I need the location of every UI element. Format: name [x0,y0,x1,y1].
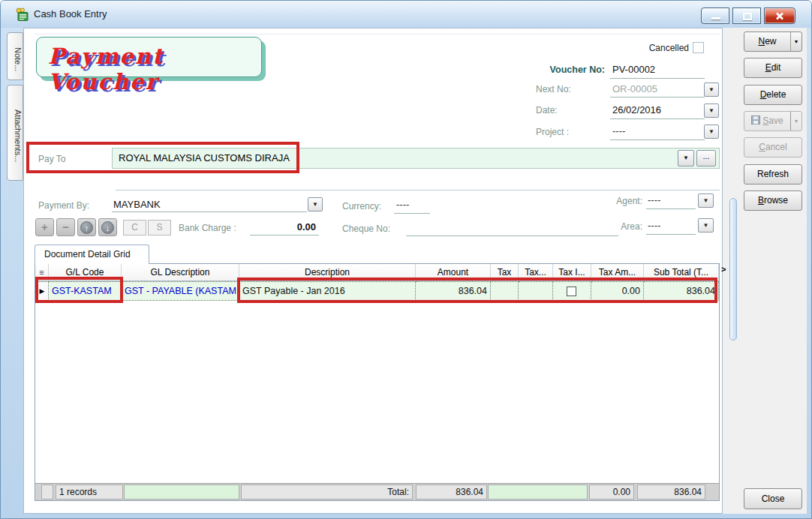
tab-document-detail-grid[interactable]: Document Detail Grid [35,244,149,264]
row-indicator-cell[interactable]: ▶ [35,281,49,301]
area-value[interactable]: ---- [648,220,660,231]
project-dropdown[interactable]: ▼ [704,124,719,139]
payment-by-dropdown[interactable]: ▼ [308,197,323,212]
chevron-down-icon: ▼ [708,128,714,135]
date-dropdown[interactable]: ▼ [704,104,719,118]
cell-description[interactable]: GST Payable - Jan 2016 [239,281,416,301]
currency-value[interactable]: ---- [396,199,409,210]
date-value[interactable]: 26/02/2016 [612,104,661,116]
column-header-tax-amount[interactable]: Tax Am... [591,264,644,281]
move-down-button[interactable]: ↓ [98,218,117,236]
tab-attachments[interactable]: Attachments... [7,85,23,181]
next-no-label: Next No: [536,84,571,94]
close-button[interactable]: Close [744,488,802,509]
edit-button[interactable]: Edit [744,58,802,78]
titlebar[interactable]: Cash Book Entry [1,1,812,28]
column-header-sub-total[interactable]: Sub Total (T... [644,264,719,281]
payment-by-value[interactable]: MAYBANK [113,199,161,210]
footer-records: 1 records [56,484,123,500]
pay-to-browse-button[interactable]: ... [696,150,716,166]
cell-amount[interactable]: 836.04 [416,281,491,301]
arrow-down-icon: ↓ [101,221,114,234]
minus-icon: − [62,220,69,233]
column-header-tax2[interactable]: Tax... [519,264,553,281]
chevron-down-icon: ▼ [708,107,714,114]
cell-tax-inclusive[interactable] [553,281,591,301]
c-button[interactable]: C [123,220,146,236]
column-header-tax[interactable]: Tax [491,264,519,281]
minimize-button[interactable] [701,8,729,24]
cancelled-checkbox[interactable] [693,42,704,53]
scroll-right-icon[interactable]: > [721,265,726,274]
close-button-label: Close [762,490,785,508]
delete-button[interactable]: Delete [744,85,802,105]
cell-gl-description[interactable]: GST - PAYABLE (KASTAM [122,281,239,301]
new-button[interactable]: New ▼ [744,32,802,52]
column-header-gl-code[interactable]: G/L Code [49,264,122,281]
maximize-button[interactable] [732,8,761,24]
currency-label: Currency: [342,201,381,212]
chevron-down-icon: ▼ [703,222,709,229]
remove-row-button[interactable]: − [56,218,75,236]
cash-book-entry-window: Cash Book Entry Note... Attachments... P… [0,0,812,519]
agent-dropdown[interactable]: ▼ [698,194,714,208]
plus-icon: + [41,220,48,233]
cheque-no-label: Cheque No: [342,224,390,234]
column-header-tax-inclusive[interactable]: Tax I... [553,264,591,281]
footer-green-cell-2 [488,484,588,500]
cell-tax[interactable] [491,281,519,301]
agent-underline [646,208,696,209]
tab-note[interactable]: Note... [7,32,23,80]
row-marker-icon: ▶ [40,287,45,295]
cheque-no-underline [406,236,618,236]
agent-value[interactable]: ---- [648,194,660,206]
cancelled-label: Cancelled [614,43,689,53]
area-dropdown[interactable]: ▼ [698,218,714,232]
tax-inclusive-checkbox[interactable] [567,286,576,296]
footer-sub-total: 836.04 [637,484,705,500]
minimize-icon [711,17,720,20]
chevron-down-icon: ▼ [708,86,714,93]
cancel-button-label: Cancel [759,138,786,157]
save-button[interactable]: Save ▼ [744,111,802,131]
project-value[interactable]: ---- [612,125,625,136]
voucher-no-value[interactable]: PV-00002 [612,64,655,75]
voucher-no-label: Voucher No: [526,64,605,75]
cell-gl-code[interactable]: GST-KASTAM [49,281,122,301]
payment-by-label: Payment By: [38,200,89,211]
vertical-scrollbar[interactable] [729,198,737,340]
edit-button-label: Edit [765,58,781,77]
move-up-button[interactable]: ↑ [77,218,96,236]
refresh-button[interactable]: Refresh [744,164,802,184]
close-window-button[interactable] [764,8,795,24]
next-no-dropdown[interactable]: ▼ [704,82,719,97]
currency-underline [394,213,430,214]
pay-to-field[interactable]: ROYAL MALAYSIA CUSTOMS DIRAJA ▼ ... [112,148,720,169]
cell-tax2[interactable] [519,281,553,301]
footer-indicator-cell [41,484,53,500]
s-button[interactable]: S [148,220,171,236]
column-header-amount[interactable]: Amount [416,264,491,281]
new-dropdown-arrow[interactable]: ▼ [790,32,801,51]
payment-voucher-logo-text: Payment Voucher [48,44,261,94]
chevron-down-icon: ▼ [683,154,689,161]
browse-button-label: Browse [758,191,788,210]
chevron-down-icon: ▼ [794,118,799,124]
pay-to-dropdown[interactable]: ▼ [678,150,694,166]
chevron-down-icon: ▼ [794,39,799,44]
top-separator [35,34,720,34]
date-underline [610,118,705,119]
column-header-description[interactable]: Description [239,264,416,281]
delete-button-label: Delete [760,86,786,104]
cell-sub-total[interactable]: 836.04 [644,281,719,301]
add-row-button[interactable]: + [35,218,54,236]
cell-tax-amount[interactable]: 0.00 [591,281,644,301]
bank-charge-value[interactable]: 0.00 [263,221,316,232]
browse-button[interactable]: Browse [744,190,802,211]
save-dropdown-arrow[interactable]: ▼ [790,112,801,130]
column-header-gl-description[interactable]: GL Description [122,264,239,281]
column-chooser-cell[interactable]: ≡ [35,264,49,281]
agent-label: Agent: [597,196,642,206]
next-no-value[interactable]: OR-00005 [612,83,657,94]
cancel-button[interactable]: Cancel [744,137,802,158]
